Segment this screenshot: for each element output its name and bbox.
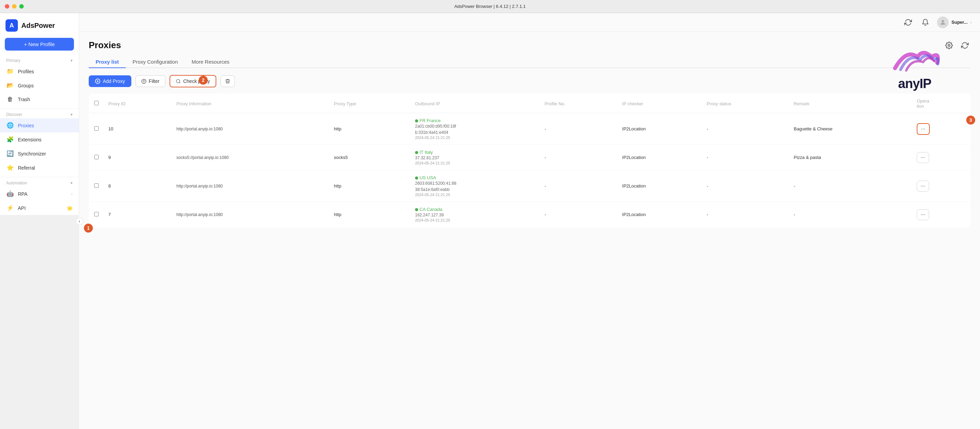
svg-point-0 [942,20,944,22]
row-proxy-type: socks5 [329,145,410,170]
add-proxy-button[interactable]: Add Proxy [89,75,131,87]
sidebar-item-proxies[interactable]: 🌐 Proxies [0,118,79,132]
tab-more-resources[interactable]: More Resources [185,56,236,68]
toolbar: Add Proxy Filter Check proxy [89,75,970,88]
settings-icon-button[interactable] [943,40,955,51]
row-proxy-info: socks5://portal.anyip.io:1080 [172,145,329,170]
row-operation-cell: ··· [912,145,970,170]
groups-icon: 📂 [6,82,14,89]
minimize-button[interactable] [12,4,16,9]
sidebar-item-profiles[interactable]: 📁 Profiles [0,64,79,78]
rpa-icon: 🤖 [6,190,14,198]
sidebar-item-synchronizer[interactable]: 🔄 Synchronizer [0,147,79,161]
sidebar: A AdsPower + New Profile Primary ▾ 📁 Pro… [0,13,79,215]
row-profile-no: - [540,145,617,170]
badge-1: 1 [84,223,93,233]
sidebar-item-trash[interactable]: 🗑 Trash [0,92,79,106]
page-refresh-icon-button[interactable] [959,40,970,51]
th-operation: Operation [912,94,970,113]
row-proxy-info: http://portal.anyip.io:1080 [172,170,329,202]
row-ip-checker: IP2Location [617,113,702,145]
row-checkbox-cell [89,145,103,170]
operation-menu-button[interactable]: ··· [917,180,929,191]
th-outbound-ip: Outbound IP [410,94,540,113]
sidebar-item-extensions[interactable]: 🧩 Extensions [0,132,79,147]
synchronizer-icon: 🔄 [6,150,14,157]
row-proxy-id: 10 [103,113,172,145]
sidebar-divider [0,108,79,109]
row-proxy-info: http://portal.anyip.io:1080 [172,113,329,145]
row-checkbox[interactable] [94,126,99,131]
th-proxy-status: Proxy status [702,94,789,113]
avatar [937,16,949,28]
row-operation-cell: ··· [912,202,970,228]
proxy-table-body: 10 http://portal.anyip.io:1080 http FR F… [89,113,970,228]
check-proxy-button[interactable]: Check proxy [170,75,216,88]
proxy-table-wrapper: 2 3 Proxy ID Proxy [89,94,970,228]
row-checkbox[interactable] [94,212,99,216]
profiles-icon: 📁 [6,68,14,75]
notification-icon-button[interactable] [920,17,931,28]
row-proxy-type: http [329,202,410,228]
th-ip-checker: IP checker [617,94,702,113]
row-operation-cell: ··· [912,170,970,202]
row-checkbox[interactable] [94,183,99,188]
sidebar-item-rpa[interactable]: 🤖 RPA › [0,187,79,201]
table-row: 9 socks5://portal.anyip.io:1080 socks5 I… [89,145,970,170]
operation-menu-button[interactable]: ··· [917,123,929,135]
api-badge-icon: 🌟 [67,206,73,211]
user-info: Super... [951,20,967,25]
table-header-row: Proxy ID Proxy Information Proxy Type Ou… [89,94,970,113]
operation-menu-button[interactable]: ··· [917,209,929,220]
filter-button[interactable]: Filter [135,75,165,87]
row-remark: - [789,170,912,202]
logo-icon: A [5,19,18,32]
sidebar-item-referral[interactable]: ⭐ Referral [0,161,79,175]
th-proxy-info: Proxy Information [172,94,329,113]
operation-menu-button[interactable]: ··· [917,152,929,163]
row-remark: Baguette & Cheese [789,113,912,145]
sidebar-item-api[interactable]: ⚡ API 🌟 [0,201,79,215]
row-proxy-type: http [329,170,410,202]
row-proxy-status: - [702,202,789,228]
th-profile-no: Profile No. [540,94,617,113]
row-ip-checker: IP2Location [617,170,702,202]
row-operation-cell: ··· [912,113,970,145]
row-proxy-status: - [702,145,789,170]
sidebar-item-groups[interactable]: 📂 Groups [0,78,79,92]
th-remark: Remark [789,94,912,113]
proxies-icon: 🌐 [6,122,14,129]
sidebar-collapse-button[interactable]: ‹ [76,217,83,225]
row-remark: Pizza & pasta [789,145,912,170]
row-ip-checker: IP2Location [617,145,702,170]
svg-point-1 [948,45,950,46]
user-chevron-icon: › [970,20,972,25]
rpa-arrow-icon: › [71,191,73,196]
row-checkbox[interactable] [94,155,99,159]
referral-icon: ⭐ [6,164,14,171]
th-proxy-type: Proxy Type [329,94,410,113]
window-title: AdsPower Browser | 6.4.12 | 2.7.1.1 [454,4,526,9]
row-outbound-ip: FR France 2a01:cb00:d95:f00:18fb:331b:4a… [410,113,540,145]
row-profile-no: - [540,113,617,145]
tab-proxy-list[interactable]: Proxy list [89,56,126,68]
delete-proxy-button[interactable] [220,75,235,87]
row-checkbox-cell [89,170,103,202]
main-content: Super... › anyIP [79,13,980,429]
sidebar-section-primary: Primary ▾ [0,57,79,64]
new-profile-button[interactable]: + New Profile [5,38,74,51]
th-checkbox [89,94,103,113]
refresh-icon-button[interactable] [903,17,914,28]
header-user-group[interactable]: Super... › [937,16,972,28]
sidebar-section-discover: Discover ▾ [0,111,79,118]
maximize-button[interactable] [19,4,24,9]
sidebar-logo: A AdsPower [0,13,79,38]
table-row: 8 http://portal.anyip.io:1080 http US US… [89,170,970,202]
select-all-checkbox[interactable] [94,101,99,105]
trash-icon: 🗑 [6,96,14,103]
window-controls[interactable] [5,4,24,9]
close-button[interactable] [5,4,9,9]
row-remark: - [789,202,912,228]
tab-proxy-config[interactable]: Proxy Configuration [126,56,185,68]
main-scroll: anyIP Proxies Proxy list Proxy Confi [79,32,980,429]
